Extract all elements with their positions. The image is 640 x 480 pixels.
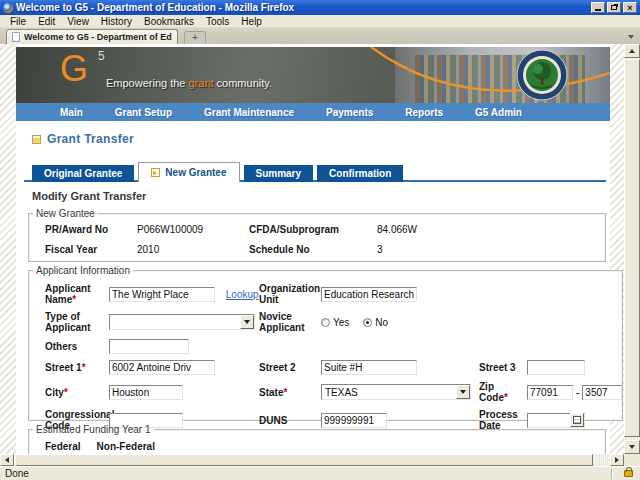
city-label: City* bbox=[45, 387, 109, 398]
scrollbar-corner bbox=[624, 454, 640, 466]
pr-award-no-label: PR/Award No bbox=[45, 224, 137, 235]
horizontal-scrollbar[interactable] bbox=[0, 454, 624, 466]
scroll-right-button[interactable] bbox=[610, 454, 624, 466]
fiscal-year-value: 2010 bbox=[137, 244, 249, 255]
close-button[interactable]: × bbox=[623, 2, 637, 13]
street3-label: Street 3 bbox=[479, 362, 527, 373]
restore-button[interactable] bbox=[607, 2, 621, 13]
others-input[interactable] bbox=[109, 339, 189, 354]
browser-menubar: File Edit View History Bookmarks Tools H… bbox=[0, 15, 640, 28]
arrow-right-icon bbox=[615, 457, 619, 463]
security-panel[interactable] bbox=[616, 468, 640, 480]
non-federal-label: Non-Federal bbox=[97, 441, 155, 452]
scroll-down-button[interactable] bbox=[624, 440, 640, 454]
status-divider bbox=[611, 469, 613, 479]
street3-input[interactable] bbox=[527, 360, 585, 375]
required-marker: * bbox=[64, 387, 68, 398]
menu-edit[interactable]: Edit bbox=[32, 16, 61, 27]
city-input[interactable] bbox=[109, 385, 183, 400]
menu-history[interactable]: History bbox=[95, 16, 138, 27]
street1-input[interactable] bbox=[109, 360, 215, 375]
chevron-down-icon bbox=[628, 35, 634, 39]
browser-tab-title: Welcome to G5 - Department of Edu... bbox=[24, 32, 172, 42]
state-select[interactable]: TEXAS bbox=[321, 384, 471, 400]
arrow-up-icon bbox=[629, 49, 635, 53]
scroll-left-button[interactable] bbox=[0, 454, 14, 466]
menu-bookmarks[interactable]: Bookmarks bbox=[138, 16, 200, 27]
dropdown-arrow-icon[interactable] bbox=[456, 385, 470, 399]
menu-view[interactable]: View bbox=[61, 16, 95, 27]
zip-ext-input[interactable] bbox=[582, 385, 622, 400]
state-label: State* bbox=[259, 387, 321, 398]
organization-unit-label: Organization Unit bbox=[259, 283, 321, 305]
zip-code-label: Zip Code* bbox=[479, 381, 527, 403]
lookup-link[interactable]: Lookup bbox=[226, 289, 259, 300]
required-marker: * bbox=[504, 392, 508, 403]
tab-new-grantee[interactable]: New Grantee bbox=[138, 162, 239, 182]
dropdown-arrow-icon[interactable] bbox=[240, 315, 254, 329]
vertical-scrollbar-thumb[interactable] bbox=[624, 59, 640, 437]
menu-help[interactable]: Help bbox=[235, 16, 268, 27]
lock-icon bbox=[624, 470, 633, 477]
federal-label: Federal bbox=[45, 441, 81, 452]
applicant-name-label: Applicant Name* bbox=[45, 283, 109, 305]
required-marker: * bbox=[283, 387, 287, 398]
new-tab-button[interactable]: + bbox=[184, 31, 206, 44]
cfda-subprogram-value: 84.066W bbox=[377, 224, 605, 235]
nav-main[interactable]: Main bbox=[60, 107, 83, 118]
vertical-scrollbar[interactable] bbox=[624, 44, 640, 454]
applicant-information-fieldset: Applicant Information Applicant Name* Lo… bbox=[28, 265, 623, 421]
street1-label: Street 1* bbox=[45, 362, 109, 373]
minimize-button[interactable] bbox=[591, 2, 605, 13]
horizontal-scrollbar-thumb[interactable] bbox=[15, 454, 593, 466]
novice-yes-radio[interactable] bbox=[321, 318, 330, 327]
novice-yes-label: Yes bbox=[333, 317, 349, 328]
page-content: G 5 Empowering thegrantcommunity. Main G… bbox=[0, 44, 624, 454]
nav-reports[interactable]: Reports bbox=[405, 107, 443, 118]
window-titlebar: Welcome to G5 - Department of Education … bbox=[0, 0, 640, 15]
menu-file[interactable]: File bbox=[4, 16, 32, 27]
nav-grant-setup[interactable]: Grant Setup bbox=[115, 107, 172, 118]
estimated-funding-fieldset: Estimated Funding Year 1 Federal Non-Fed… bbox=[28, 424, 606, 454]
tab-summary[interactable]: Summary bbox=[244, 165, 314, 182]
tagline: Empowering thegrantcommunity. bbox=[106, 77, 275, 89]
required-marker: * bbox=[72, 294, 76, 305]
browser-tabstrip: Welcome to G5 - Department of Edu... + bbox=[0, 28, 640, 44]
window-bullet-icon bbox=[32, 135, 41, 144]
applicant-name-input[interactable] bbox=[109, 287, 215, 302]
type-of-applicant-label: Type of Applicant bbox=[45, 311, 109, 333]
new-grantee-legend: New Grantee bbox=[33, 208, 98, 219]
nav-g5-admin[interactable]: G5 Admin bbox=[475, 107, 522, 118]
menu-tools[interactable]: Tools bbox=[200, 16, 235, 27]
browser-tab[interactable]: Welcome to G5 - Department of Edu... bbox=[6, 29, 178, 44]
novice-no-label: No bbox=[375, 317, 388, 328]
nav-grant-maintenance[interactable]: Grant Maintenance bbox=[204, 107, 294, 118]
schedule-no-value: 3 bbox=[377, 244, 605, 255]
novice-no-radio[interactable] bbox=[363, 318, 372, 327]
required-marker: * bbox=[82, 362, 86, 373]
breadcrumb: Grant Transfer bbox=[32, 132, 134, 146]
type-of-applicant-select[interactable] bbox=[109, 314, 255, 330]
scroll-up-button[interactable] bbox=[624, 44, 640, 58]
main-navigation-bar: Main Grant Setup Grant Maintenance Payme… bbox=[16, 103, 610, 121]
arrow-down-icon bbox=[629, 445, 635, 449]
pr-award-no-value: P066W100009 bbox=[137, 224, 249, 235]
list-tabs-button[interactable] bbox=[624, 31, 637, 42]
applicant-information-legend: Applicant Information bbox=[33, 265, 133, 276]
zip-separator: - bbox=[576, 387, 579, 398]
zip-input[interactable] bbox=[527, 385, 573, 400]
schedule-no-label: Schedule No bbox=[249, 244, 377, 255]
site-header-banner: G 5 Empowering thegrantcommunity. bbox=[16, 47, 610, 103]
estimated-funding-legend: Estimated Funding Year 1 bbox=[33, 424, 154, 435]
nav-payments[interactable]: Payments bbox=[326, 107, 373, 118]
new-grantee-fieldset: New Grantee PR/Award No P066W100009 CFDA… bbox=[28, 208, 606, 262]
g5-logo: G bbox=[60, 51, 88, 87]
tab-confirmation[interactable]: Confirmation bbox=[317, 165, 403, 182]
wizard-tabs: Original Grantee New Grantee Summary Con… bbox=[0, 162, 624, 182]
street2-label: Street 2 bbox=[259, 362, 321, 373]
tab-original-grantee[interactable]: Original Grantee bbox=[32, 165, 134, 182]
street2-input[interactable] bbox=[321, 360, 417, 375]
g5-logo-5: 5 bbox=[98, 49, 105, 63]
organization-unit-input[interactable] bbox=[321, 287, 417, 302]
window-title: Welcome to G5 - Department of Education … bbox=[16, 2, 591, 13]
